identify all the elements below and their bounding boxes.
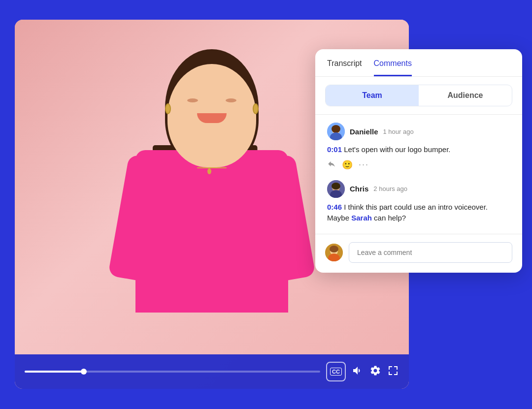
chris-avatar-image <box>327 180 345 198</box>
comment-author-danielle: Danielle <box>350 127 378 136</box>
comment-timestamp-chris[interactable]: 0:46 <box>327 203 342 211</box>
volume-button[interactable] <box>352 365 364 379</box>
head <box>167 64 256 167</box>
gear-icon <box>369 365 381 377</box>
comment-body-danielle: Let's open with our logo bumper. <box>344 145 450 154</box>
progress-fill <box>25 371 84 373</box>
more-icon[interactable]: ··· <box>359 159 369 170</box>
comment-body-chris-after: can help? <box>374 214 406 222</box>
danielle-avatar-image <box>327 123 345 140</box>
comment-author-chris: Chris <box>350 185 368 193</box>
progress-thumb[interactable] <box>81 369 87 375</box>
tab-comments[interactable]: Comments <box>374 59 412 76</box>
cc-icon: CC <box>330 368 342 376</box>
comment-header: Danielle 1 hour ago <box>327 123 510 140</box>
comment-time-danielle: 1 hour ago <box>383 128 414 135</box>
progress-bar[interactable] <box>25 371 320 373</box>
cc-button[interactable]: CC <box>326 362 346 381</box>
audience-toggle: Team Audience <box>325 85 512 106</box>
volume-icon <box>352 365 364 377</box>
audience-toggle-button[interactable]: Audience <box>419 85 512 106</box>
avatar-chris <box>327 180 345 198</box>
comment-input-area <box>315 234 522 273</box>
comment-input-field[interactable] <box>349 242 512 263</box>
settings-button[interactable] <box>369 365 381 379</box>
tab-transcript[interactable]: Transcript <box>327 59 362 76</box>
panel-divider <box>315 114 522 115</box>
emoji-icon[interactable]: 🙂 <box>342 159 353 170</box>
comment-text-chris: 0:46 I think this part could use an intr… <box>327 202 510 224</box>
body-sweater <box>135 150 288 313</box>
video-controls-bar: CC <box>15 354 409 389</box>
video-subject <box>108 54 315 359</box>
panel-tabs: Transcript Comments <box>315 49 522 77</box>
comment-actions-danielle: 🙂 ··· <box>327 159 510 170</box>
avatar-current-user <box>325 244 343 261</box>
svg-point-2 <box>332 125 340 133</box>
user-avatar-image <box>325 244 343 261</box>
reply-icon[interactable] <box>327 159 336 170</box>
mention-sarah[interactable]: Sarah <box>351 214 372 222</box>
comment-header-chris: Chris 2 hours ago <box>327 180 510 198</box>
comment-timestamp-danielle[interactable]: 0:01 <box>327 145 342 154</box>
team-toggle-button[interactable]: Team <box>326 85 419 106</box>
comment-item-chris: Chris 2 hours ago 0:46 I think this part… <box>315 180 522 234</box>
fullscreen-icon <box>387 365 399 377</box>
avatar-danielle <box>327 123 345 140</box>
svg-point-10 <box>330 246 338 252</box>
comments-panel: Transcript Comments Team Audience Dani <box>315 49 522 273</box>
comment-item: Danielle 1 hour ago 0:01 Let's open with… <box>315 123 522 180</box>
comment-text-danielle: 0:01 Let's open with our logo bumper. <box>327 144 510 156</box>
svg-point-6 <box>332 183 340 189</box>
panel-body: Team Audience Danielle 1 hour ago 0 <box>315 77 522 273</box>
comment-time-chris: 2 hours ago <box>373 185 407 192</box>
fullscreen-button[interactable] <box>387 365 399 379</box>
